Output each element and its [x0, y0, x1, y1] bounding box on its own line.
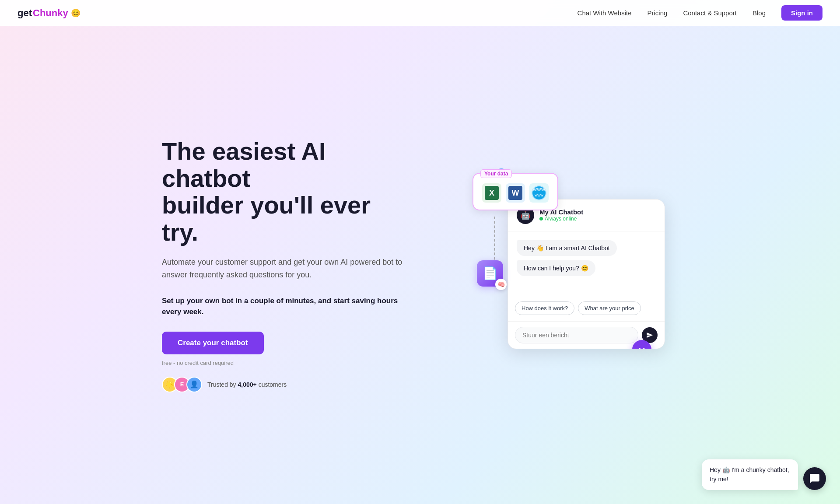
hero-section: The easiest AI chatbot builder you'll ev…	[0, 0, 840, 504]
status-dot	[539, 217, 543, 220]
send-icon	[646, 332, 653, 339]
your-data-card: Your data X W WWWwww	[472, 173, 558, 210]
your-data-label: Your data	[480, 169, 512, 178]
navbar: get Chunky 😊 Chat With Website Pricing C…	[0, 0, 840, 26]
hero-left: The easiest AI chatbot builder you'll ev…	[162, 138, 407, 392]
svg-text:www: www	[534, 193, 543, 197]
trust-row: 🌟 E 👤 Trusted by 4,000+ customers	[162, 377, 407, 392]
chatbot-input[interactable]	[515, 327, 638, 343]
chat-message-1: Hey 👋 I am a smart AI Chatbot	[517, 240, 617, 256]
sign-in-button[interactable]: Sign in	[781, 5, 822, 21]
chat-icon	[809, 473, 820, 484]
trust-text: Trusted by 4,000+ customers	[207, 381, 287, 388]
hero-subtitle: Automate your customer support and get y…	[162, 256, 407, 281]
chatbot-status: Always online	[539, 216, 656, 222]
quick-reply-2[interactable]: What are your price	[578, 301, 640, 315]
nav-link-blog[interactable]: Blog	[752, 9, 766, 17]
chat-message-2: How can I help you? 😊	[517, 260, 595, 276]
nav-links: Chat With Website Pricing Contact & Supp…	[578, 5, 822, 21]
quick-reply-1[interactable]: How does it work?	[515, 301, 574, 315]
chevron-down-icon	[637, 345, 646, 349]
excel-icon: X	[482, 183, 501, 203]
trust-avatars: 🌟 E 👤	[162, 377, 202, 392]
chatbot-widget: Hey 🤖 I'm a chunky chatbot, try me!	[702, 459, 826, 490]
logo-get: get	[18, 7, 32, 19]
word-icon: W	[506, 183, 525, 203]
svg-text:WWW: WWW	[533, 187, 546, 192]
brain-icon: 🧠	[495, 279, 507, 290]
avatar-3: 👤	[186, 377, 202, 392]
chatbot-widget-button[interactable]	[803, 467, 826, 490]
nav-link-contact-support[interactable]: Contact & Support	[683, 9, 737, 17]
nav-link-chat-with-website[interactable]: Chat With Website	[578, 9, 632, 17]
nav-logo[interactable]: get Chunky 😊	[18, 7, 80, 19]
cta-note: free - no credit card required	[162, 360, 407, 366]
chatbot-widget-bubble: Hey 🤖 I'm a chunky chatbot, try me!	[702, 459, 798, 490]
hero-description: Set up your own bot in a couple of minut…	[162, 295, 407, 318]
chatbot-messages: Hey 👋 I am a smart AI Chatbot How can I …	[508, 231, 665, 301]
hero-right: 👤 Your data X W WWWwww	[459, 182, 678, 349]
chatbot-name: My AI Chatbot	[539, 208, 656, 216]
document-icon-wrapper: 📄 🧠	[477, 260, 503, 287]
hero-title: The easiest AI chatbot builder you'll ev…	[162, 138, 407, 245]
create-chatbot-button[interactable]: Create your chatbot	[162, 332, 264, 354]
chatbot-window: 🤖 My AI Chatbot Always online Hey 👋 I am…	[508, 199, 665, 349]
logo-chunky: Chunky	[33, 7, 68, 19]
chatbot-info: My AI Chatbot Always online	[539, 208, 656, 222]
logo-smiley-icon: 😊	[71, 8, 80, 18]
data-icons: X W WWWwww	[482, 183, 549, 203]
quick-replies: How does it work? What are your price	[508, 301, 665, 321]
nav-link-pricing[interactable]: Pricing	[648, 9, 668, 17]
svg-text:W: W	[512, 189, 519, 197]
svg-text:X: X	[489, 189, 494, 197]
web-icon: WWWwww	[529, 183, 549, 203]
